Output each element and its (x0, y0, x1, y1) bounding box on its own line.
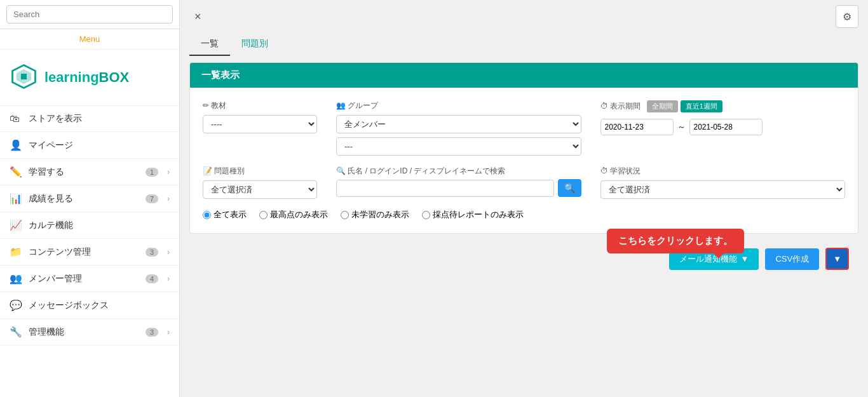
sidebar-item-admin[interactable]: 🔧 管理機能 3 › (0, 319, 179, 346)
sidebar-item-messages[interactable]: 💬 メッセージボックス (0, 292, 179, 319)
members-arrow-icon: › (167, 274, 170, 283)
material-label: ✏ 教材 (203, 100, 317, 111)
nav-list: 🛍 ストアを表示 👤 マイページ ✏️ 学習する 1 › 📊 成績を見る 7 ›… (0, 106, 179, 346)
messages-label: メッセージボックス (29, 300, 170, 311)
sidebar-item-store[interactable]: 🛍 ストアを表示 (0, 106, 179, 132)
date-from-input[interactable] (600, 119, 674, 135)
period-label-row: ⏱ 表示期間 全期間 直近1週間 (600, 100, 846, 112)
date-tilde: ～ (677, 121, 686, 133)
period-buttons: 全期間 直近1週間 (647, 100, 722, 112)
email-btn-label: メール通知機能 (679, 253, 737, 265)
results-label: 成績を見る (29, 193, 139, 205)
results-badge: 7 (146, 194, 158, 203)
name-search-button[interactable]: 🔍 (558, 179, 581, 197)
tab-by-question[interactable]: 問題別 (230, 33, 280, 56)
filter-row-1: ✏ 教材 ---- 👥 グループ 全メンバー --- (203, 100, 845, 156)
study-label: 学習する (29, 166, 139, 178)
radio-scoring[interactable]: 採点待レポートのみ表示 (422, 209, 524, 220)
menu-label: Menu (0, 29, 179, 50)
content-area: 一覧表示 ✏ 教材 ---- 👥 グループ 全メンバ (180, 56, 868, 397)
admin-arrow-icon: › (167, 328, 170, 337)
mypage-label: マイページ (29, 140, 170, 151)
study-arrow-icon: › (167, 168, 170, 177)
admin-label: 管理機能 (29, 326, 139, 338)
radio-all[interactable]: 全て表示 (203, 209, 247, 220)
contents-icon: 📁 (10, 246, 22, 258)
sidebar-item-results[interactable]: 📊 成績を見る 7 › (0, 185, 179, 212)
tab-list[interactable]: 一覧 (189, 33, 230, 56)
filter-group: 👥 グループ 全メンバー --- (336, 100, 581, 156)
group-select-1[interactable]: 全メンバー (336, 115, 581, 133)
mypage-icon: 👤 (10, 139, 22, 151)
members-badge: 4 (146, 274, 158, 283)
sidebar-item-mypage[interactable]: 👤 マイページ (0, 132, 179, 159)
main-panel: 一覧表示 ✏ 教材 ---- 👥 グループ 全メンバ (189, 62, 858, 234)
store-label: ストアを表示 (29, 113, 170, 124)
members-icon: 👥 (10, 273, 22, 285)
admin-icon: 🔧 (10, 326, 22, 338)
members-label: メンバー管理 (29, 273, 139, 285)
store-icon: 🛍 (10, 113, 22, 124)
search-bar (0, 0, 179, 29)
name-search-row: 🔍 (336, 179, 581, 197)
radio-unlearned[interactable]: 未学習のみ表示 (341, 209, 409, 220)
email-dropdown-icon: ▼ (741, 254, 749, 264)
gear-button[interactable]: ⚙ (836, 5, 858, 28)
period-label: ⏱ 表示期間 (600, 101, 641, 112)
radio-highest[interactable]: 最高点のみ表示 (259, 209, 328, 220)
filter-period: ⏱ 表示期間 全期間 直近1週間 ～ (600, 100, 846, 135)
learning-status-label: ⏱ 学習状況 (600, 166, 846, 177)
sidebar-item-contents[interactable]: 📁 コンテンツ管理 3 › (0, 239, 179, 266)
name-search-label: 🔍 氏名 / ログインID / ディスプレイネームで検索 (336, 166, 581, 177)
group-select-2[interactable]: --- (336, 137, 581, 156)
contents-arrow-icon: › (167, 248, 170, 257)
messages-icon: 💬 (10, 299, 22, 311)
period-week-btn[interactable]: 直近1週間 (681, 100, 722, 112)
karte-icon: 📈 (10, 219, 22, 231)
question-type-label: 📝 問題種別 (203, 166, 317, 177)
bottom-bar: こちらをクリックします。 メール通知機能 ▼ CSV作成 ▼ (189, 241, 858, 276)
admin-badge: 3 (146, 328, 158, 337)
logo-black: learning (44, 69, 99, 85)
filter-question-type: 📝 問題種別 全て選択済 (203, 166, 317, 199)
date-range: ～ (600, 119, 846, 135)
svg-rect-2 (21, 74, 27, 79)
logo-text: learningBOX (44, 69, 129, 86)
karte-label: カルテ機能 (29, 220, 170, 231)
material-select[interactable]: ---- (203, 115, 317, 133)
filter-learning-status: ⏱ 学習状況 全て選択済 (600, 166, 846, 199)
csv-create-button[interactable]: CSV作成 (765, 248, 819, 270)
panel-title: 一覧表示 (190, 63, 858, 88)
group-label: 👥 グループ (336, 100, 581, 111)
csv-arrow-button[interactable]: ▼ (825, 248, 849, 270)
results-arrow-icon: › (167, 194, 170, 203)
sidebar: Menu learningBOX 🛍 ストアを表示 👤 マイページ ✏️ 学習す… (0, 0, 180, 397)
panel-body: ✏ 教材 ---- 👥 グループ 全メンバー --- (190, 88, 858, 233)
logo-area: learningBOX (0, 50, 179, 106)
top-bar: × ⚙ (180, 0, 868, 33)
question-type-select[interactable]: 全て選択済 (203, 180, 317, 199)
filter-row-2: 📝 問題種別 全て選択済 🔍 氏名 / ログインID / ディスプレイネームで検… (203, 166, 845, 199)
search-input[interactable] (6, 5, 173, 24)
filter-material: ✏ 教材 ---- (203, 100, 317, 133)
sidebar-item-study[interactable]: ✏️ 学習する 1 › (0, 159, 179, 185)
logo-icon (10, 62, 38, 93)
results-icon: 📊 (10, 192, 22, 205)
sidebar-item-members[interactable]: 👥 メンバー管理 4 › (0, 266, 179, 292)
close-button[interactable]: × (189, 8, 207, 26)
logo-teal: BOX (99, 69, 130, 85)
tab-bar: 一覧 問題別 (180, 33, 868, 56)
contents-label: コンテンツ管理 (29, 246, 139, 258)
main-content: × ⚙ 一覧 問題別 一覧表示 ✏ 教材 ---- (180, 0, 868, 397)
radio-row: 全て表示 最高点のみ表示 未学習のみ表示 採点待レポートのみ表示 (203, 209, 845, 220)
study-badge: 1 (146, 168, 158, 177)
study-icon: ✏️ (10, 166, 22, 178)
name-search-input[interactable] (336, 180, 554, 197)
sidebar-item-karte[interactable]: 📈 カルテ機能 (0, 212, 179, 239)
period-all-btn[interactable]: 全期間 (647, 100, 678, 112)
contents-badge: 3 (146, 248, 158, 257)
learning-status-select[interactable]: 全て選択済 (600, 180, 846, 199)
callout-text: こちらをクリックします。 (607, 229, 744, 253)
date-to-input[interactable] (689, 119, 763, 135)
filter-name-search: 🔍 氏名 / ログインID / ディスプレイネームで検索 🔍 (336, 166, 581, 197)
